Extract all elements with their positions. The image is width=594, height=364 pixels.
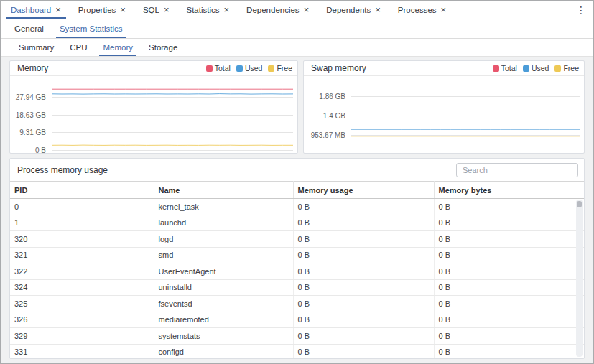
column-header-pid[interactable]: PID xyxy=(10,182,154,199)
table-cell: 0 B xyxy=(434,199,584,215)
tab-sql[interactable]: SQL× xyxy=(134,1,178,19)
table-cell: 0 xyxy=(10,199,154,215)
table-row[interactable]: 326mediaremoted0 B0 B xyxy=(10,312,584,328)
close-icon[interactable]: × xyxy=(375,5,381,14)
table-header-row: PIDNameMemory usageMemory bytes xyxy=(10,182,584,199)
table-row[interactable]: 331configd0 B0 B xyxy=(10,344,584,359)
y-axis-tick-label: 953.67 MB xyxy=(304,132,345,139)
table-cell: 331 xyxy=(10,344,154,359)
table-cell: 0 B xyxy=(293,199,434,215)
chart-plot-area xyxy=(52,77,293,153)
table-row[interactable]: 324uninstalld0 B0 B xyxy=(10,279,584,296)
series-line-used xyxy=(52,94,293,95)
process-memory-topbar: Process memory usage xyxy=(10,159,584,181)
tab-statistics[interactable]: Statistics× xyxy=(177,1,238,19)
table-cell: systemstats xyxy=(154,328,293,345)
tab-memory[interactable]: Memory xyxy=(95,39,141,56)
table-scrollbar-thumb[interactable] xyxy=(577,201,582,207)
tab-label: Statistics xyxy=(186,6,219,14)
legend-swatch-icon xyxy=(554,65,561,72)
tab-cpu[interactable]: CPU xyxy=(62,39,95,56)
tab-properties[interactable]: Properties× xyxy=(70,1,134,19)
table-cell: 0 B xyxy=(434,344,584,359)
process-memory-title: Process memory usage xyxy=(17,165,108,175)
table-row[interactable]: 329systemstats0 B0 B xyxy=(10,328,584,345)
table-cell: 0 B xyxy=(434,328,584,345)
table-row[interactable]: 320logd0 B0 B xyxy=(10,231,584,248)
legend-label: Free xyxy=(563,64,579,73)
swap-chart-title: Swap memory xyxy=(311,63,366,73)
legend-swatch-icon xyxy=(206,65,213,72)
table-row[interactable]: 0kernel_task0 B0 B xyxy=(10,199,584,215)
column-header-memory-bytes[interactable]: Memory bytes xyxy=(434,182,584,199)
close-icon[interactable]: × xyxy=(55,5,61,14)
table-row[interactable]: 325fseventsd0 B0 B xyxy=(10,296,584,312)
y-axis-tick-label: 0 B xyxy=(10,147,46,154)
legend-item-total: Total xyxy=(493,64,517,73)
table-cell: 0 B xyxy=(434,215,584,231)
close-icon[interactable]: × xyxy=(164,5,170,14)
table-cell: 0 B xyxy=(293,215,434,231)
table-row[interactable]: 1launchd0 B0 B xyxy=(10,215,584,231)
kebab-menu-icon[interactable]: ⋮ xyxy=(569,1,593,19)
y-axis-tick-label: 18.63 GB xyxy=(10,112,46,119)
table-cell: kernel_task xyxy=(154,199,293,215)
table-scrollbar[interactable] xyxy=(576,200,583,357)
table-cell: 320 xyxy=(10,231,154,248)
legend-swatch-icon xyxy=(236,65,243,72)
charts-row: Memory TotalUsedFree 0 B9.31 GB18.63 GB2… xyxy=(9,60,585,154)
table-cell: 324 xyxy=(10,279,154,296)
table-cell: 0 B xyxy=(434,312,584,328)
tab-storage[interactable]: Storage xyxy=(141,39,185,56)
tab-label: SQL xyxy=(143,6,159,14)
table-cell: configd xyxy=(154,344,293,359)
system-statistics-tab-bar: SummaryCPUMemoryStorage xyxy=(1,39,593,57)
dashboard-section-tab-bar: GeneralSystem Statistics xyxy=(1,19,593,39)
close-icon[interactable]: × xyxy=(304,5,310,14)
search-input[interactable] xyxy=(456,163,578,177)
close-icon[interactable]: × xyxy=(120,5,126,14)
table-cell: 322 xyxy=(10,263,154,280)
tab-dependencies[interactable]: Dependencies× xyxy=(238,1,317,19)
tab-summary[interactable]: Summary xyxy=(11,39,62,56)
tab-label: Dependents xyxy=(326,6,371,14)
legend-item-total: Total xyxy=(206,64,231,73)
table-cell: 0 B xyxy=(293,279,434,296)
table-row[interactable]: 321smd0 B0 B xyxy=(10,247,584,263)
column-header-name[interactable]: Name xyxy=(154,182,293,199)
table-cell: 1 xyxy=(10,215,154,231)
tab-label: Processes xyxy=(398,6,437,14)
table-cell: fseventsd xyxy=(154,296,293,312)
legend-label: Total xyxy=(215,64,231,73)
table-cell: 329 xyxy=(10,328,154,345)
memory-chart-header: Memory TotalUsedFree xyxy=(10,61,297,76)
tab-system-statistics[interactable]: System Statistics xyxy=(52,19,131,38)
legend-item-free: Free xyxy=(554,64,579,73)
legend-item-used: Used xyxy=(523,64,549,73)
tab-processes[interactable]: Processes× xyxy=(389,1,455,19)
tab-general[interactable]: General xyxy=(6,19,52,38)
table-cell: 0 B xyxy=(434,247,584,263)
table-cell: 325 xyxy=(10,296,154,312)
table-row[interactable]: 322UserEventAgent0 B0 B xyxy=(10,263,584,280)
table-cell: 0 B xyxy=(293,247,434,263)
table-cell: 0 B xyxy=(434,231,584,248)
process-memory-table: PIDNameMemory usageMemory bytes 0kernel_… xyxy=(10,181,584,359)
table-cell: 0 B xyxy=(434,263,584,280)
table-cell: 0 B xyxy=(293,344,434,359)
tab-dependents[interactable]: Dependents× xyxy=(317,1,389,19)
document-tab-bar: Dashboard×Properties×SQL×Statistics×Depe… xyxy=(1,1,593,19)
table-cell: 0 B xyxy=(293,312,434,328)
y-axis-tick-label: 1.86 GB xyxy=(304,93,345,101)
memory-chart-panel: Memory TotalUsedFree 0 B9.31 GB18.63 GB2… xyxy=(9,60,298,154)
table-cell: 0 B xyxy=(434,279,584,296)
close-icon[interactable]: × xyxy=(441,5,447,14)
legend-label: Used xyxy=(532,64,549,73)
column-header-memory-usage[interactable]: Memory usage xyxy=(293,182,434,199)
table-cell: 0 B xyxy=(293,296,434,312)
tab-dashboard[interactable]: Dashboard× xyxy=(2,1,70,19)
legend-item-free: Free xyxy=(268,64,292,73)
memory-chart-body: 0 B9.31 GB18.63 GB27.94 GB xyxy=(10,77,297,153)
close-icon[interactable]: × xyxy=(224,5,230,14)
table-cell: 0 B xyxy=(293,328,434,345)
